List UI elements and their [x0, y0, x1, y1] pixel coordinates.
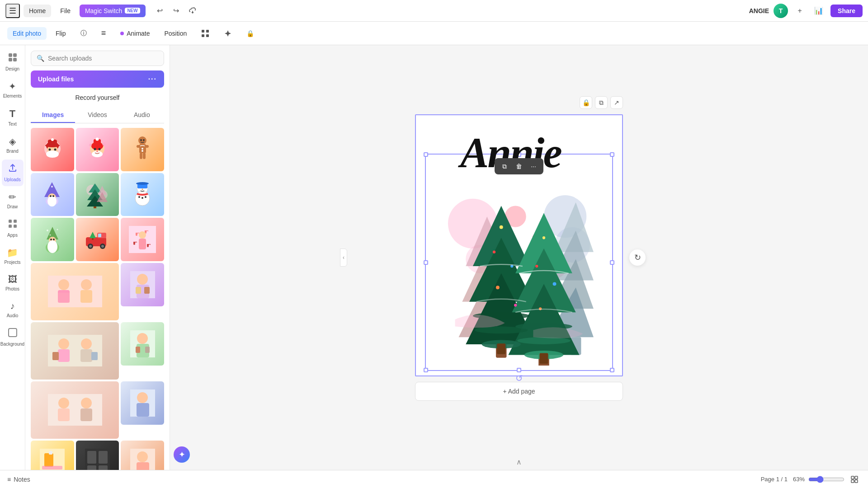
align-button[interactable]: ≡: [96, 26, 112, 41]
thumbnail-girl6[interactable]: [121, 381, 164, 425]
thumbnail-fabric1[interactable]: [121, 218, 164, 261]
info-button[interactable]: ⓘ: [75, 27, 92, 40]
handle-middle-left[interactable]: [424, 260, 428, 265]
thumbnail-girl3[interactable]: [31, 322, 119, 380]
svg-point-133: [137, 451, 148, 462]
nav-file[interactable]: File: [55, 5, 76, 17]
notes-button[interactable]: ≡ Notes: [7, 476, 30, 483]
sidebar-item-background[interactable]: Background: [2, 324, 24, 351]
svg-rect-126: [42, 466, 62, 469]
grid-overlay-button[interactable]: [196, 27, 215, 40]
animate-button[interactable]: Animate: [115, 27, 155, 40]
thumbnail-girl5[interactable]: [31, 381, 119, 439]
sidebar-item-brand[interactable]: ◈ Brand: [2, 132, 24, 158]
zoom-slider[interactable]: [808, 476, 844, 483]
canvas-export-button[interactable]: ↗: [610, 96, 623, 109]
view-mode-button[interactable]: [848, 473, 861, 486]
scroll-up-indicator[interactable]: ∧: [516, 458, 522, 466]
apps-icon: [8, 219, 18, 231]
sidebar-item-audio[interactable]: ♪ Audio: [2, 297, 24, 322]
svg-rect-3: [206, 34, 209, 37]
thumbnail-girl7[interactable]: [121, 441, 164, 470]
add-page-button[interactable]: + Add page: [415, 382, 623, 401]
sidebar-item-elements[interactable]: ✦ Elements: [2, 77, 24, 103]
svg-rect-185: [540, 353, 548, 364]
handle-bottom-right[interactable]: [610, 368, 614, 372]
undo-button[interactable]: ↩: [153, 4, 167, 18]
handle-top-left[interactable]: [424, 152, 428, 157]
thumbnail-girl1[interactable]: [31, 263, 119, 320]
canvas-lock-button[interactable]: 🔒: [580, 96, 592, 109]
nav-magic-switch[interactable]: Magic Switch NEW: [80, 5, 146, 17]
sidebar-item-design[interactable]: Design: [2, 49, 24, 75]
thumbnail-girl2[interactable]: [121, 263, 164, 306]
thumbnail-gnome[interactable]: [31, 173, 74, 216]
thumbnail-snowman[interactable]: [121, 173, 164, 216]
svg-point-74: [47, 240, 57, 253]
svg-rect-113: [136, 347, 140, 353]
search-box[interactable]: 🔍: [31, 51, 164, 66]
tab-audio[interactable]: Audio: [120, 108, 164, 123]
context-copy-icon: ⧉: [502, 163, 507, 170]
record-yourself-button[interactable]: Record yourself: [31, 92, 164, 103]
sidebar-item-text[interactable]: T Text: [2, 104, 24, 131]
cloud-save-button[interactable]: [185, 4, 200, 18]
flip-button[interactable]: Flip: [50, 27, 71, 40]
sidebar-item-draw[interactable]: ✏ Draw: [2, 188, 24, 213]
context-more-icon: ···: [531, 163, 536, 170]
thumb-inner-13: [121, 322, 164, 366]
secondary-toolbar: Edit photo Flip ⓘ ≡ Animate Position 🔒: [0, 22, 868, 45]
edit-photo-button[interactable]: Edit photo: [7, 27, 47, 40]
canvas-duplicate-button[interactable]: ⧉: [595, 96, 608, 109]
refresh-button[interactable]: ↻: [629, 249, 646, 266]
thumbnail-truck[interactable]: [76, 218, 119, 261]
sidebar-item-uploads[interactable]: Uploads: [2, 160, 24, 186]
sidebar-item-apps[interactable]: Apps: [2, 215, 24, 242]
handle-top-right[interactable]: [610, 152, 614, 157]
thumbnail-gingerbread[interactable]: [121, 128, 164, 171]
upload-dots: ···: [148, 75, 157, 83]
svg-point-118: [81, 398, 92, 408]
svg-point-18: [54, 148, 56, 150]
sidebar-item-photos[interactable]: 🖼 Photos: [2, 271, 24, 296]
search-input[interactable]: [48, 55, 158, 62]
handle-bottom-left[interactable]: [424, 368, 428, 372]
context-more-button[interactable]: ···: [527, 160, 540, 173]
upload-files-button[interactable]: Upload files ···: [31, 70, 164, 88]
magic-edit-button[interactable]: [218, 27, 237, 40]
context-delete-button[interactable]: 🗑: [513, 160, 525, 173]
tab-videos[interactable]: Videos: [75, 108, 119, 123]
avatar[interactable]: T: [774, 4, 788, 18]
thumbnail-orange[interactable]: [31, 441, 74, 470]
svg-rect-2: [202, 34, 204, 37]
analytics-button[interactable]: 📊: [811, 4, 826, 18]
magic-assistant-button[interactable]: ✦: [174, 446, 190, 463]
thumbnail-christmas-tree[interactable]: [76, 173, 119, 216]
svg-point-86: [101, 245, 104, 248]
thumbnail-girl4[interactable]: [121, 322, 164, 366]
svg-rect-102: [144, 287, 150, 294]
position-button[interactable]: Position: [159, 27, 193, 40]
redo-button[interactable]: ↪: [169, 4, 184, 18]
menu-button[interactable]: ☰: [5, 4, 20, 18]
tab-images[interactable]: Images: [31, 108, 75, 123]
lock-button[interactable]: 🔒: [241, 27, 259, 40]
thumbnail-dark[interactable]: [76, 441, 119, 470]
collapse-panel-button[interactable]: ‹: [340, 249, 347, 267]
handle-middle-right[interactable]: [610, 260, 614, 265]
canvas-title-text[interactable]: Annie: [456, 124, 582, 187]
add-button[interactable]: +: [793, 4, 807, 18]
nav-home[interactable]: Home: [24, 5, 51, 17]
svg-rect-101: [136, 287, 141, 294]
svg-marker-87: [90, 232, 96, 238]
draw-label: Draw: [7, 204, 18, 210]
thumbnail-gnome2[interactable]: [31, 218, 74, 261]
context-copy-button[interactable]: ⧉: [498, 160, 511, 173]
thumbnail-santa2[interactable]: [76, 128, 119, 171]
sidebar-item-projects[interactable]: 📁 Projects: [2, 244, 24, 269]
handle-bottom-center[interactable]: [517, 368, 521, 372]
rotate-handle[interactable]: ↺: [515, 373, 523, 384]
thumbnail-santa1[interactable]: [31, 128, 74, 171]
context-delete-icon: 🗑: [516, 163, 522, 170]
share-button[interactable]: Share: [830, 5, 863, 17]
